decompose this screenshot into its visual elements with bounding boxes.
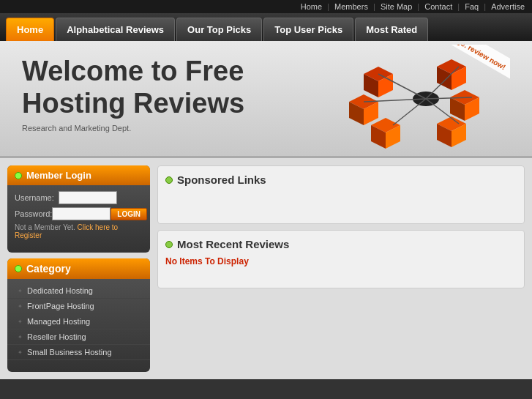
main-nav: Home Alphabetical Reviews Our Top Picks … <box>0 13 532 41</box>
sitemap-link[interactable]: Site Map <box>381 2 412 11</box>
hero-title: Welcome to Free Hosting Reviews <box>22 56 315 119</box>
recent-label: Most Recent Reviews <box>177 238 289 250</box>
hero-image: new package. review now! <box>342 45 517 154</box>
sep1: | <box>327 2 329 11</box>
sponsored-dot <box>165 176 173 184</box>
nav-most-rated[interactable]: Most Rated <box>355 18 428 41</box>
sidebar: Member Login Username: Password: LOGIN N… <box>7 165 150 372</box>
nav-top-picks[interactable]: Our Top Picks <box>176 18 262 41</box>
sep5: | <box>484 2 486 11</box>
contact-link[interactable]: Contact <box>424 2 452 11</box>
home-link[interactable]: Home <box>301 2 322 11</box>
member-login-box: Member Login Username: Password: LOGIN N… <box>7 165 150 253</box>
recent-reviews-box: Most Recent Reviews No Items To Display <box>157 230 525 288</box>
members-link[interactable]: Members <box>334 2 368 11</box>
no-items-display: No Items To Display <box>165 256 517 266</box>
category-title: Category <box>26 263 71 275</box>
login-status-dot <box>15 172 22 179</box>
username-label: Username: <box>15 193 59 202</box>
member-login-title: Member Login <box>26 170 91 181</box>
nav-alphabetical[interactable]: Alphabetical Reviews <box>56 18 175 41</box>
username-input[interactable] <box>59 191 117 204</box>
faq-link[interactable]: Faq <box>465 2 479 11</box>
login-button[interactable]: LOGIN <box>110 208 147 220</box>
nav-home[interactable]: Home <box>6 18 54 41</box>
member-login-body: Username: Password: LOGIN Not a Member Y… <box>7 185 150 245</box>
password-input[interactable] <box>52 207 110 220</box>
svg-line-25 <box>393 99 426 125</box>
category-item-frontpage[interactable]: FrontPage Hosting <box>7 299 150 314</box>
recent-dot <box>165 241 173 248</box>
category-header: Category <box>7 258 150 279</box>
category-item-small-business[interactable]: Small Business Hosting <box>7 345 150 360</box>
category-item-reseller[interactable]: Reseller Hosting <box>7 329 150 345</box>
recent-title: Most Recent Reviews <box>165 238 517 250</box>
password-label: Password: <box>15 209 52 218</box>
sponsored-label: Sponsored Links <box>177 174 266 186</box>
category-item-dedicated[interactable]: Dedicated Hosting <box>7 283 150 299</box>
not-member-text: Not a Member Yet. Click here to Register <box>15 223 143 239</box>
username-row: Username: <box>15 191 143 204</box>
category-status-dot <box>15 265 22 272</box>
sep2: | <box>373 2 375 11</box>
nav-user-picks[interactable]: Top User Picks <box>263 18 353 41</box>
sep4: | <box>457 2 460 11</box>
hero-section: Welcome to Free Hosting Reviews Research… <box>0 41 532 158</box>
main-content: Member Login Username: Password: LOGIN N… <box>0 158 532 379</box>
sep3: | <box>417 2 419 11</box>
content-area: Sponsored Links Most Recent Reviews No I… <box>157 165 525 372</box>
sponsored-box: Sponsored Links <box>157 165 525 224</box>
category-list: Dedicated Hosting FrontPage Hosting Mana… <box>7 279 150 365</box>
top-bar: Home | Members | Site Map | Contact | Fa… <box>0 0 532 13</box>
password-row: Password: LOGIN <box>15 207 143 220</box>
advertise-link[interactable]: Advertise <box>491 2 525 11</box>
category-item-managed[interactable]: Managed Hosting <box>7 314 150 329</box>
category-box: Category Dedicated Hosting FrontPage Hos… <box>7 258 150 372</box>
sponsored-title: Sponsored Links <box>165 174 517 186</box>
member-login-header: Member Login <box>7 165 150 185</box>
